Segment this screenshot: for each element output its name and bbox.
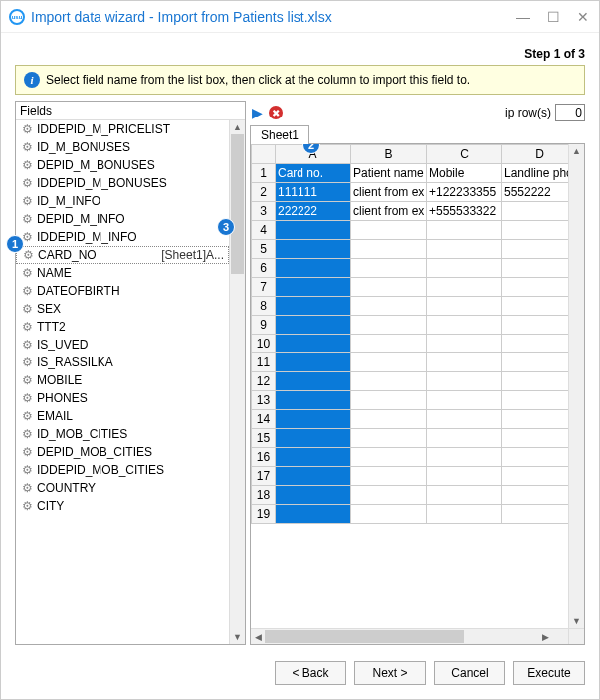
- grid-scroll-right-icon[interactable]: ▶: [538, 629, 552, 644]
- field-item[interactable]: ⚙IDDEPID_MOB_CITIES: [16, 461, 229, 479]
- maximize-button[interactable]: ☐: [545, 9, 561, 25]
- field-item[interactable]: ⚙IS_UVED: [16, 336, 229, 353]
- grid-scroll-up-icon[interactable]: ▲: [569, 144, 584, 158]
- row-header[interactable]: 1: [252, 164, 276, 183]
- cell[interactable]: [351, 278, 427, 297]
- grid-hscroll-thumb[interactable]: [265, 630, 464, 643]
- cell[interactable]: [351, 448, 427, 467]
- cell[interactable]: [427, 335, 502, 353]
- row-header[interactable]: 4: [252, 221, 276, 240]
- field-item[interactable]: ⚙COUNTRY: [16, 479, 229, 497]
- field-item[interactable]: ⚙DEPID_M_BONUSES: [16, 156, 229, 174]
- cell[interactable]: [502, 316, 569, 335]
- field-item[interactable]: ⚙IS_RASSILKA: [16, 353, 229, 371]
- cancel-button[interactable]: Cancel: [434, 661, 505, 685]
- cell[interactable]: [502, 259, 569, 278]
- scroll-down-icon[interactable]: ▼: [230, 630, 245, 644]
- row-header[interactable]: 16: [252, 448, 276, 467]
- cell[interactable]: [276, 278, 351, 297]
- cell[interactable]: [276, 221, 351, 240]
- row-header[interactable]: 8: [252, 297, 276, 316]
- cell[interactable]: [276, 297, 351, 316]
- cell[interactable]: [276, 448, 351, 467]
- grid-scroll-down-icon[interactable]: ▼: [569, 614, 584, 628]
- cell[interactable]: [351, 429, 427, 448]
- cell[interactable]: [351, 335, 427, 353]
- scroll-up-icon[interactable]: ▲: [230, 120, 245, 134]
- column-header-d[interactable]: D: [502, 145, 569, 164]
- cell[interactable]: [427, 486, 502, 505]
- cell[interactable]: [351, 297, 427, 316]
- row-header[interactable]: 2: [252, 183, 276, 202]
- field-item[interactable]: ⚙SEX: [16, 300, 229, 318]
- cell[interactable]: [502, 240, 569, 259]
- execute-button[interactable]: Execute: [513, 661, 585, 685]
- field-item[interactable]: ⚙ID_MOB_CITIES: [16, 425, 229, 443]
- cell[interactable]: [276, 505, 351, 524]
- cell[interactable]: [502, 448, 569, 467]
- cell[interactable]: [502, 335, 569, 353]
- skip-rows-input[interactable]: [555, 104, 585, 121]
- delete-icon[interactable]: ✖: [269, 106, 283, 119]
- field-item[interactable]: ⚙IDDEPID_M_BONUSES: [16, 174, 229, 192]
- minimize-button[interactable]: —: [515, 9, 531, 25]
- field-item[interactable]: ⚙CITY: [16, 497, 229, 515]
- cell[interactable]: [502, 467, 569, 486]
- row-header[interactable]: 19: [252, 505, 276, 524]
- cell[interactable]: [427, 353, 502, 372]
- field-item[interactable]: ⚙ID_M_BONUSES: [16, 138, 229, 156]
- cell[interactable]: [502, 297, 569, 316]
- cell[interactable]: [351, 353, 427, 372]
- field-item[interactable]: ⚙PHONES: [16, 389, 229, 407]
- cell[interactable]: Patient name: [351, 164, 427, 183]
- cell[interactable]: [351, 221, 427, 240]
- back-button[interactable]: < Back: [275, 661, 346, 685]
- scroll-thumb[interactable]: [231, 134, 244, 274]
- play-icon[interactable]: ▶: [252, 105, 263, 120]
- field-item[interactable]: ⚙TTT2: [16, 318, 229, 336]
- cell[interactable]: [351, 316, 427, 335]
- cell[interactable]: client from ex: [351, 183, 427, 202]
- field-item[interactable]: ⚙IDDEPID_M_PRICELIST: [16, 120, 229, 138]
- row-header[interactable]: 9: [252, 316, 276, 335]
- cell[interactable]: [502, 429, 569, 448]
- cell[interactable]: [276, 259, 351, 278]
- grid-vscroll[interactable]: ▲ ▼: [568, 144, 584, 628]
- cell[interactable]: [502, 410, 569, 429]
- cell[interactable]: [427, 240, 502, 259]
- cell[interactable]: [427, 467, 502, 486]
- field-item[interactable]: ⚙ID_M_INFO: [16, 192, 229, 210]
- field-item[interactable]: ⚙NAME: [16, 264, 229, 282]
- fields-scrollbar[interactable]: ▲ ▼: [229, 120, 245, 644]
- row-header[interactable]: 12: [252, 372, 276, 391]
- cell[interactable]: [427, 297, 502, 316]
- cell[interactable]: [427, 429, 502, 448]
- cell[interactable]: 222222: [276, 202, 351, 221]
- cell[interactable]: [502, 505, 569, 524]
- cell[interactable]: Mobile: [427, 164, 502, 183]
- field-item[interactable]: ⚙MOBILE: [16, 371, 229, 389]
- row-header[interactable]: 14: [252, 410, 276, 429]
- row-header[interactable]: 6: [252, 259, 276, 278]
- row-header[interactable]: 15: [252, 429, 276, 448]
- cell[interactable]: +555533322: [427, 202, 502, 221]
- row-header[interactable]: 17: [252, 467, 276, 486]
- cell[interactable]: [276, 316, 351, 335]
- cell[interactable]: [427, 391, 502, 410]
- column-header-b[interactable]: B: [351, 145, 427, 164]
- cell[interactable]: 111111: [276, 183, 351, 202]
- cell[interactable]: [427, 448, 502, 467]
- cell[interactable]: [276, 467, 351, 486]
- cell[interactable]: [351, 486, 427, 505]
- close-button[interactable]: ✕: [575, 9, 591, 25]
- cell[interactable]: [427, 221, 502, 240]
- cell[interactable]: [351, 259, 427, 278]
- cell[interactable]: 5552222: [502, 183, 569, 202]
- cell[interactable]: [276, 335, 351, 353]
- cell[interactable]: [427, 278, 502, 297]
- cell[interactable]: [427, 505, 502, 524]
- field-item[interactable]: ⚙EMAIL: [16, 407, 229, 425]
- row-header[interactable]: 10: [252, 335, 276, 353]
- grid-hscroll[interactable]: ◀ ▶: [251, 628, 568, 644]
- cell[interactable]: [276, 429, 351, 448]
